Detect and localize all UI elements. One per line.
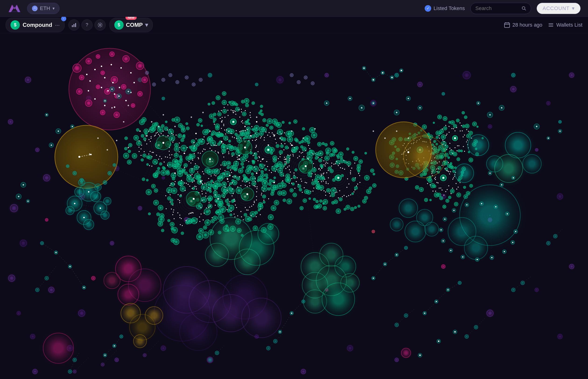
account-label: ACCOUNT	[542, 5, 570, 11]
gear-icon	[97, 22, 103, 28]
chart-icon	[71, 22, 77, 28]
compound-more-icon: ···	[55, 22, 60, 28]
sub-navbar-right: 28 hours ago Wallets List	[504, 22, 582, 28]
account-chevron-icon: ▾	[572, 5, 575, 11]
svg-rect-5	[72, 25, 73, 27]
account-button[interactable]: ACCOUNT ▾	[537, 3, 581, 14]
navbar-right: ✓ Listed Tokens ACCOUNT ▾	[425, 3, 581, 14]
app-logo[interactable]	[7, 3, 21, 14]
comp-token-button[interactable]: New $ COMP ▾	[109, 18, 153, 32]
sub-navbar: $ Compound ··· ↑ ? New $ COMP ▾	[0, 17, 588, 33]
time-display: 28 hours ago	[504, 22, 542, 28]
calendar-icon	[504, 22, 510, 28]
svg-line-4	[525, 9, 526, 10]
comp-chevron-icon: ▾	[145, 22, 148, 28]
svg-rect-6	[74, 24, 75, 27]
chart-button[interactable]	[68, 19, 79, 31]
svg-point-8	[99, 24, 101, 26]
svg-rect-7	[75, 23, 76, 27]
comp-icon: $	[114, 20, 124, 30]
eth-label: ETH	[40, 5, 50, 11]
time-label: 28 hours ago	[512, 22, 542, 28]
viz-canvas[interactable]	[0, 33, 588, 379]
main-navbar: ETH ▾ ✓ Listed Tokens ACCOUNT ▾	[0, 0, 588, 17]
question-mark-icon: ?	[86, 22, 88, 28]
svg-rect-9	[504, 23, 510, 28]
listed-tokens-link[interactable]: ✓ Listed Tokens	[425, 5, 465, 12]
compound-button[interactable]: $ Compound ··· ↑	[6, 18, 65, 32]
eth-chevron-icon: ▾	[52, 6, 55, 11]
eth-icon	[32, 6, 38, 11]
listed-tokens-label: Listed Tokens	[433, 5, 465, 11]
help-button[interactable]: ?	[81, 19, 93, 31]
compound-token-icon: $	[11, 20, 20, 30]
search-input[interactable]	[475, 5, 519, 11]
check-badge-icon: ✓	[425, 5, 431, 12]
search-container	[470, 3, 531, 14]
wallets-label: Wallets List	[556, 22, 582, 28]
settings-button[interactable]	[94, 19, 106, 31]
comp-label: COMP	[126, 22, 143, 28]
wallets-list-button[interactable]: Wallets List	[548, 22, 582, 28]
eth-network-button[interactable]: ETH ▾	[27, 3, 60, 14]
search-icon	[522, 6, 526, 11]
network-visualization[interactable]	[0, 33, 588, 379]
list-icon	[548, 22, 554, 28]
compound-label: Compound	[23, 22, 52, 28]
sub-nav-icons: ?	[68, 19, 106, 31]
